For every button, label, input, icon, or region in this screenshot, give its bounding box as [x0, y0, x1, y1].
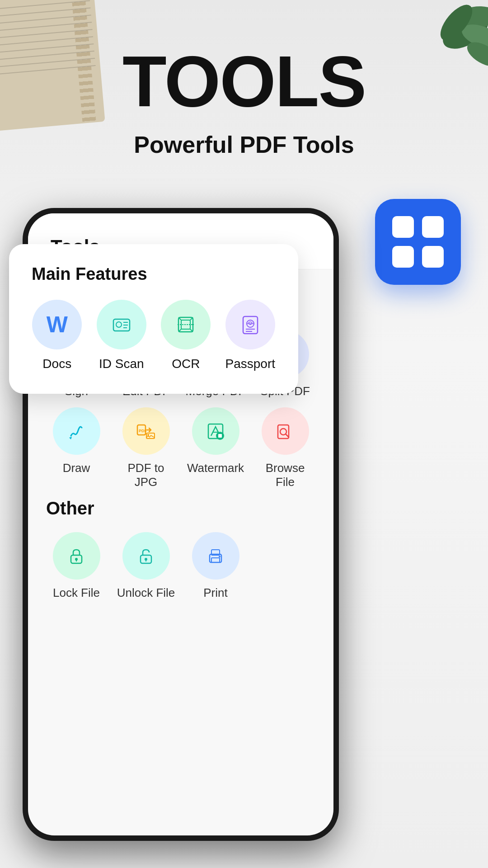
- grid-dot-3: [392, 246, 414, 268]
- id-scan-label: ID Scan: [99, 357, 144, 371]
- grid-dot-2: [422, 216, 444, 238]
- feature-id-scan[interactable]: ID Scan: [96, 300, 147, 371]
- tool-lock-file[interactable]: Lock File: [46, 532, 107, 600]
- svg-text:PDF: PDF: [139, 429, 147, 433]
- draw-icon-circle: [53, 407, 100, 455]
- draw-label: Draw: [63, 461, 90, 475]
- tool-print[interactable]: Print: [185, 532, 246, 600]
- svg-point-39: [219, 556, 221, 557]
- id-scan-icon-circle: [97, 300, 146, 349]
- feature-passport[interactable]: Passport: [225, 300, 276, 371]
- tool-pdf-to-jpg[interactable]: PDF PDF to JPG: [116, 407, 176, 489]
- tool-draw[interactable]: Draw: [46, 407, 107, 489]
- lock-file-label: Lock File: [53, 586, 100, 600]
- browse-file-label: Browse File: [255, 461, 315, 489]
- passport-icon-circle: [225, 300, 275, 349]
- tool-browse-file[interactable]: Browse File: [255, 407, 315, 489]
- watermark-label: Watermark: [187, 461, 244, 475]
- pdf-to-jpg-icon-circle: PDF: [122, 407, 170, 455]
- print-label: Print: [203, 586, 227, 600]
- app-icon-badge[interactable]: [375, 199, 461, 285]
- grid-dot-4: [422, 246, 444, 268]
- print-icon-circle: [192, 532, 239, 580]
- features-card: Main Features W Docs ID Scan: [9, 244, 298, 394]
- grid-dot-1: [392, 216, 414, 238]
- svg-point-41: [116, 322, 122, 327]
- docs-label: Docs: [42, 357, 71, 371]
- unlock-file-label: Unlock File: [117, 586, 175, 600]
- feature-ocr[interactable]: OCR: [160, 300, 211, 371]
- lock-file-icon-circle: [53, 532, 100, 580]
- docs-icon: W: [47, 311, 68, 338]
- watermark-icon-circle: [192, 407, 239, 455]
- other-tools-grid: Lock File Unlock File: [46, 532, 315, 600]
- features-card-title: Main Features: [32, 264, 276, 284]
- features-row: W Docs ID Scan: [32, 300, 276, 371]
- ocr-icon-circle: [161, 300, 211, 349]
- main-subtitle: Powerful PDF Tools: [0, 131, 488, 158]
- docs-icon-circle: W: [32, 300, 82, 349]
- svg-rect-27: [278, 425, 289, 439]
- tool-watermark[interactable]: Watermark: [185, 407, 246, 489]
- browse-file-icon-circle: [262, 407, 309, 455]
- svg-rect-26: [218, 434, 222, 438]
- other-section-title: Other: [46, 498, 315, 519]
- main-title: TOOLS: [0, 45, 488, 118]
- tool-unlock-file[interactable]: Unlock File: [116, 532, 176, 600]
- passport-label: Passport: [225, 357, 276, 371]
- header-area: TOOLS Powerful PDF Tools: [0, 45, 488, 158]
- unlock-file-icon-circle: [122, 532, 170, 580]
- grid-dots: [392, 216, 444, 268]
- pdf-to-jpg-label: PDF to JPG: [116, 461, 176, 489]
- feature-docs[interactable]: W Docs: [32, 300, 83, 371]
- svg-rect-37: [211, 558, 220, 562]
- ocr-label: OCR: [172, 357, 200, 371]
